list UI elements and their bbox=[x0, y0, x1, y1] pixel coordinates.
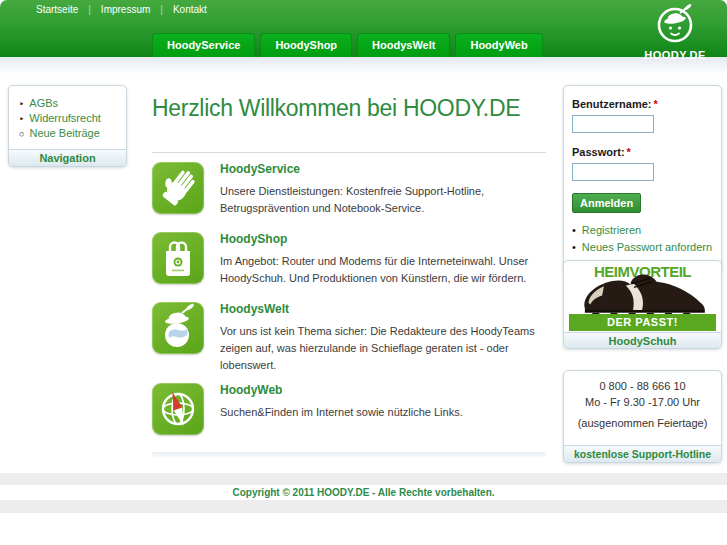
register-link-item: •Registrieren bbox=[572, 224, 713, 236]
content-area: ‣AGBs ‣Widerrufsrecht ○Neue Beiträge Nav… bbox=[0, 73, 727, 473]
globe-compass-icon bbox=[152, 383, 204, 435]
hotline-box: 0 800 - 88 666 10 Mo - Fr 9.30 -17.00 Uh… bbox=[563, 370, 722, 463]
football-boot-image bbox=[571, 270, 716, 320]
hoodyservice-tile[interactable] bbox=[152, 162, 204, 214]
topnav-separator: | bbox=[160, 4, 163, 15]
register-link[interactable]: Registrieren bbox=[582, 224, 641, 236]
topnav-separator: | bbox=[88, 4, 91, 15]
circle-bullet-icon: ○ bbox=[19, 129, 24, 139]
sidebar-item-label: Widerrufsrecht bbox=[29, 112, 101, 124]
section-title[interactable]: HoodyService bbox=[220, 162, 546, 176]
section-hoodyswelt: HoodysWelt Vor uns ist kein Thema sicher… bbox=[152, 293, 546, 374]
section-text: Unsere Dienstleistungen: Kostenfreie Sup… bbox=[220, 183, 546, 217]
section-text: Suchen&Finden im Internet sowie nützlich… bbox=[220, 404, 546, 421]
header-gradient-band bbox=[0, 57, 727, 73]
sidebar-footer-label: Navigation bbox=[9, 149, 126, 166]
tab-hoodyservice[interactable]: HoodyService bbox=[152, 33, 255, 57]
required-asterisk: * bbox=[627, 146, 631, 158]
tab-hoodyweb[interactable]: HoodyWeb bbox=[455, 33, 542, 57]
required-asterisk: * bbox=[653, 98, 657, 110]
sidebar-item-label: Neue Beiträge bbox=[29, 127, 99, 139]
topnav-kontakt[interactable]: Kontakt bbox=[173, 4, 207, 15]
page-title: Herzlich Willkommen bei HOODY.DE bbox=[152, 95, 546, 122]
login-button[interactable]: Anmelden bbox=[572, 193, 641, 213]
copyright-text: Copyright © 2011 HOODY.DE - Alle Rechte … bbox=[0, 485, 727, 500]
topnav-startseite[interactable]: Startseite bbox=[36, 4, 78, 15]
promo-badge: DER PASST! bbox=[569, 314, 716, 331]
triangle-bullet-icon: ‣ bbox=[19, 99, 24, 109]
section-title[interactable]: HoodyWeb bbox=[220, 383, 546, 397]
sidebar-item-label: AGBs bbox=[29, 97, 58, 109]
hoodyweb-tile[interactable] bbox=[152, 383, 204, 435]
dot-bullet-icon: • bbox=[572, 241, 576, 253]
new-password-link[interactable]: Neues Passwort anfordern bbox=[582, 241, 712, 253]
hotline-phone-number: 0 800 - 88 666 10 bbox=[568, 380, 717, 392]
tab-hoodyshop[interactable]: HoodyShop bbox=[260, 33, 352, 57]
hotline-hours: Mo - Fr 9.30 -17.00 Uhr bbox=[568, 396, 717, 408]
hoodyschuh-promo-box: HEIMVORTEIL DER PASST! HoodySchuh bbox=[563, 260, 722, 349]
sidebar-list: ‣AGBs ‣Widerrufsrecht ○Neue Beiträge bbox=[9, 86, 126, 149]
section-hoodyservice: HoodyService Unsere Dienstleistungen: Ko… bbox=[152, 153, 546, 223]
hoodyswelt-tile[interactable] bbox=[152, 302, 204, 354]
promo-banner[interactable]: HEIMVORTEIL bbox=[564, 261, 721, 317]
sidebar-item-neue-beitraege[interactable]: ○Neue Beiträge bbox=[19, 127, 120, 139]
footer-bottom-strip bbox=[0, 500, 727, 513]
globe-hat-icon bbox=[152, 302, 204, 354]
glove-icon bbox=[152, 162, 204, 214]
section-text: Im Angebot: Router und Modems für die In… bbox=[220, 253, 546, 287]
content-end-divider bbox=[152, 452, 546, 457]
logo-text: HOODY.DE bbox=[635, 49, 715, 61]
triangle-bullet-icon: ‣ bbox=[19, 114, 24, 124]
footer-top-strip bbox=[0, 473, 727, 485]
section-title[interactable]: HoodysWelt bbox=[220, 302, 546, 316]
section-hoodyshop: HoodyShop Im Angebot: Router und Modems … bbox=[152, 223, 546, 293]
site-header: Startseite|Impressum|Kontakt HoodyServic… bbox=[0, 0, 727, 57]
shopping-bag-icon bbox=[152, 232, 204, 284]
username-input[interactable] bbox=[572, 115, 654, 133]
username-label: Benutzername:* bbox=[572, 98, 658, 110]
dot-bullet-icon: • bbox=[572, 224, 576, 236]
section-hoodyweb: HoodyWeb Suchen&Finden im Internet sowie… bbox=[152, 374, 546, 444]
main-nav-tabs: HoodyService HoodyShop HoodysWelt HoodyW… bbox=[152, 33, 543, 57]
top-utility-nav: Startseite|Impressum|Kontakt bbox=[36, 4, 217, 15]
new-password-link-item: •Neues Passwort anfordern bbox=[572, 241, 713, 253]
password-label: Passwort:* bbox=[572, 146, 631, 158]
tab-hoodyswelt[interactable]: HoodysWelt bbox=[357, 33, 450, 57]
sidebar-navigation: ‣AGBs ‣Widerrufsrecht ○Neue Beiträge Nav… bbox=[8, 85, 127, 167]
hotline-footer-label: kostenlose Support-Hotline bbox=[564, 445, 721, 462]
login-box: Benutzername:* Passwort:* Anmelden •Regi… bbox=[563, 85, 722, 275]
sidebar-item-agbs[interactable]: ‣AGBs bbox=[19, 97, 120, 109]
section-text: Vor uns ist kein Thema sicher: Die Redak… bbox=[220, 323, 546, 374]
sidebar-item-widerrufsrecht[interactable]: ‣Widerrufsrecht bbox=[19, 112, 120, 124]
login-links: •Registrieren •Neues Passwort anfordern bbox=[572, 224, 713, 253]
hoodyshop-tile[interactable] bbox=[152, 232, 204, 284]
hoodyschuh-link[interactable]: HoodySchuh bbox=[564, 332, 721, 348]
password-input[interactable] bbox=[572, 163, 654, 181]
site-logo[interactable]: HOODY.DE bbox=[635, 4, 715, 61]
main-column: Herzlich Willkommen bei HOODY.DE Hoody bbox=[152, 73, 546, 457]
hoody-mascot-icon bbox=[653, 4, 697, 44]
hotline-note: (ausgenommen Feiertage) bbox=[568, 417, 717, 429]
section-title[interactable]: HoodyShop bbox=[220, 232, 546, 246]
topnav-impressum[interactable]: Impressum bbox=[101, 4, 150, 15]
